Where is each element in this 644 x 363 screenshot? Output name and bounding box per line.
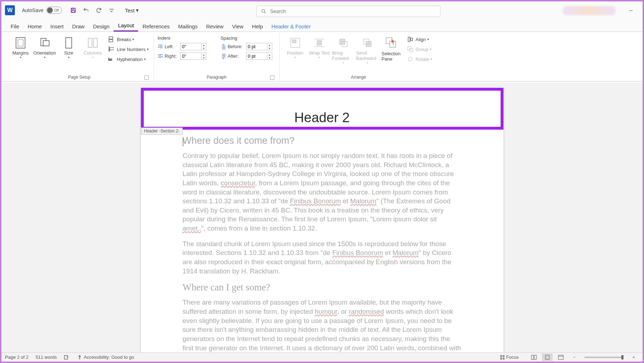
svg-rect-34 xyxy=(292,40,296,43)
search-icon xyxy=(261,8,267,14)
spinner-down[interactable]: ▼ xyxy=(201,47,206,50)
spinner-up[interactable]: ▲ xyxy=(201,53,206,56)
breaks-icon xyxy=(108,36,115,42)
spinner-down[interactable]: ▼ xyxy=(267,56,272,59)
status-page[interactable]: Page 2 of 2 xyxy=(5,355,29,360)
send-backward-icon xyxy=(361,37,374,49)
columns-button[interactable]: Columns▾ xyxy=(81,35,105,61)
zoom-slider[interactable] xyxy=(585,357,623,358)
svg-rect-12 xyxy=(88,38,92,47)
rotate-button[interactable]: Rotate▾ xyxy=(406,55,434,63)
spinner-up[interactable]: ▲ xyxy=(267,44,272,47)
spacing-after-label: After: xyxy=(221,53,243,59)
svg-rect-14 xyxy=(109,37,113,39)
wrap-text-button[interactable]: Wrap Text▾ xyxy=(307,35,331,61)
tab-file[interactable]: File xyxy=(6,21,23,32)
tab-insert[interactable]: Insert xyxy=(46,21,68,32)
svg-rect-40 xyxy=(366,41,371,47)
indent-right-icon xyxy=(158,53,163,59)
group-arrange: Position▾ Wrap Text▾ Bring Forward▾ Send… xyxy=(280,33,437,81)
size-button[interactable]: Size▾ xyxy=(57,35,81,61)
customize-qat-button[interactable] xyxy=(106,5,117,16)
indent-left-icon xyxy=(158,44,163,50)
indent-left-input[interactable]: ▲▼ xyxy=(180,43,206,50)
svg-rect-45 xyxy=(410,49,413,52)
document-page[interactable]: Header 2 Header -Section 2- Where does i… xyxy=(141,88,503,352)
svg-rect-55 xyxy=(546,355,549,359)
spacing-before-input[interactable]: ▲▼ xyxy=(246,43,272,50)
tab-header-footer[interactable]: Header & Footer xyxy=(267,21,315,32)
redo-button[interactable] xyxy=(93,5,104,16)
status-proofing[interactable] xyxy=(64,355,70,360)
spinner-down[interactable]: ▼ xyxy=(201,56,206,59)
position-icon xyxy=(289,37,301,49)
autosave-toggle[interactable]: Off xyxy=(46,7,62,14)
spacing-after-input[interactable]: ▲▼ xyxy=(246,52,272,60)
columns-icon xyxy=(87,37,99,49)
user-profile[interactable] xyxy=(563,6,616,15)
save-button[interactable] xyxy=(68,5,79,16)
search-input[interactable] xyxy=(270,8,436,14)
web-layout-button[interactable] xyxy=(555,353,566,361)
autosave-label: AutoSave xyxy=(22,7,44,13)
hyphenation-button[interactable]: bc Hyphenation▾ xyxy=(107,55,150,63)
group-label-page-setup: Page Setup xyxy=(68,75,91,80)
tab-design[interactable]: Design xyxy=(89,21,114,32)
tab-references[interactable]: References xyxy=(138,21,174,32)
wrap-text-icon xyxy=(313,37,325,49)
send-backward-button[interactable]: Send Backward▾ xyxy=(355,35,380,66)
breaks-button[interactable]: Breaks▾ xyxy=(107,35,150,43)
orientation-button[interactable]: Orientation▾ xyxy=(33,35,57,61)
margins-button[interactable]: Margins▾ xyxy=(8,35,33,61)
indent-header: Indent xyxy=(158,35,210,41)
spinner-down[interactable]: ▼ xyxy=(267,47,272,50)
tab-mailings[interactable]: Mailings xyxy=(174,21,202,32)
group-paragraph: Indent Left: ▲▼ Right: ▲▼ Spacing Before… xyxy=(154,33,280,81)
proofing-icon xyxy=(64,355,69,360)
position-button[interactable]: Position▾ xyxy=(283,35,307,61)
tab-home[interactable]: Home xyxy=(23,21,46,32)
svg-text:2: 2 xyxy=(109,49,110,51)
document-name[interactable]: Test▾ xyxy=(125,7,139,13)
indent-left-label: Left: xyxy=(158,44,177,50)
status-bar: Page 2 of 2 511 words Accessibility: Goo… xyxy=(1,352,643,362)
group-button[interactable]: Group▾ xyxy=(406,45,434,53)
tab-layout[interactable]: Layout xyxy=(114,20,138,32)
indent-right-input[interactable]: ▲▼ xyxy=(180,52,206,60)
document-workspace[interactable]: Header 2 Header -Section 2- Where does i… xyxy=(1,83,643,352)
svg-rect-53 xyxy=(531,355,534,359)
minimize-button[interactable] xyxy=(623,5,639,16)
spinner-up[interactable]: ▲ xyxy=(201,44,206,47)
page-setup-dialog-launcher[interactable] xyxy=(144,75,149,80)
rotate-icon xyxy=(407,56,414,62)
selection-pane-button[interactable]: Selection Pane xyxy=(380,35,404,63)
focus-mode-button[interactable]: Focus xyxy=(500,355,519,360)
svg-rect-49 xyxy=(500,355,502,357)
status-word-count[interactable]: 511 words xyxy=(36,355,57,360)
ribbon: Margins▾ Orientation▾ Size▾ Columns▾ Bre… xyxy=(1,32,643,81)
line-numbers-button[interactable]: 12 Line Numbers▾ xyxy=(107,45,150,53)
zoom-in-button[interactable]: + xyxy=(628,353,639,361)
heading-where-get: Where can I get some? xyxy=(183,282,462,293)
status-accessibility[interactable]: Accessibility: Good to go xyxy=(77,355,134,360)
svg-rect-44 xyxy=(408,47,411,50)
tab-draw[interactable]: Draw xyxy=(68,21,89,32)
spinner-up[interactable]: ▲ xyxy=(267,53,272,56)
print-layout-button[interactable] xyxy=(542,353,553,361)
zoom-out-button[interactable]: − xyxy=(569,353,580,361)
align-button[interactable]: Align▾ xyxy=(406,35,434,43)
undo-button[interactable] xyxy=(80,5,92,16)
search-box[interactable] xyxy=(256,6,440,17)
tab-view[interactable]: View xyxy=(228,21,247,32)
paragraph-dialog-launcher[interactable] xyxy=(270,75,274,80)
group-icon xyxy=(407,46,414,52)
read-mode-button[interactable] xyxy=(529,353,539,361)
orientation-icon xyxy=(39,37,51,49)
bring-forward-button[interactable]: Bring Forward▾ xyxy=(331,35,355,66)
tab-help[interactable]: Help xyxy=(248,21,267,32)
svg-rect-46 xyxy=(64,355,68,359)
margins-icon xyxy=(15,37,27,49)
svg-line-5 xyxy=(264,12,266,13)
title-bar: W AutoSave Off Test▾ xyxy=(1,1,643,19)
tab-review[interactable]: Review xyxy=(202,21,228,32)
